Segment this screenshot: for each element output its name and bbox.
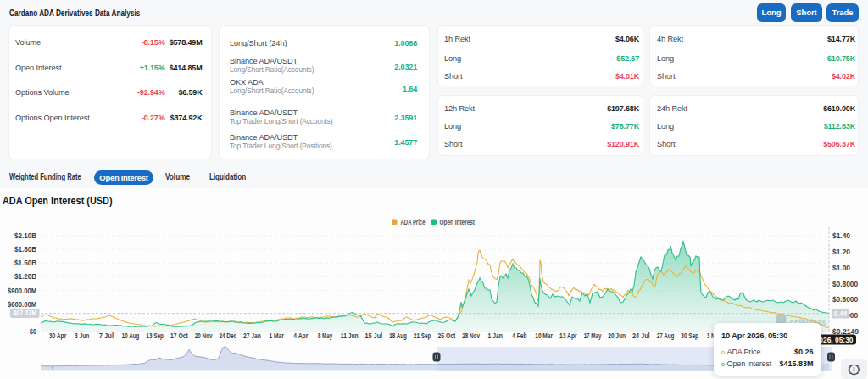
svg-text:30 Sep: 30 Sep xyxy=(681,332,698,340)
svg-text:17 May: 17 May xyxy=(584,332,602,340)
svg-text:$1.00: $1.00 xyxy=(832,264,850,272)
svg-text:$0: $0 xyxy=(30,327,36,336)
svg-text:$1.80B: $1.80B xyxy=(14,245,36,254)
svg-text:21 Sep: 21 Sep xyxy=(414,332,431,340)
svg-text:10 Mar: 10 Mar xyxy=(535,332,553,340)
svg-text:$0.6000: $0.6000 xyxy=(832,295,858,304)
svg-text:8 May: 8 May xyxy=(318,332,332,340)
svg-text:28 Nov: 28 Nov xyxy=(462,332,480,340)
svg-text:27 Jan: 27 Jan xyxy=(243,332,261,340)
svg-text:0.44: 0.44 xyxy=(834,309,847,318)
svg-text:25 Oct: 25 Oct xyxy=(438,332,456,340)
svg-text:$600.00M: $600.00M xyxy=(8,300,36,309)
svg-text:4 Apr: 4 Apr xyxy=(293,332,309,340)
svg-text:11 Jun: 11 Jun xyxy=(341,332,359,340)
svg-text:15 Jul: 15 Jul xyxy=(364,332,382,340)
svg-text:10 Aug: 10 Aug xyxy=(122,332,140,340)
svg-text:24 Dec: 24 Dec xyxy=(219,332,236,340)
svg-text:407.37M: 407.37M xyxy=(13,309,36,317)
svg-text:$1.20B: $1.20B xyxy=(14,272,36,281)
svg-text:Open Interest: Open Interest xyxy=(440,218,476,226)
svg-text:1 Mar: 1 Mar xyxy=(270,332,285,340)
svg-text:20 Nov: 20 Nov xyxy=(195,332,213,340)
svg-text:13 Sep: 13 Sep xyxy=(146,332,164,340)
svg-text:7 Jul: 7 Jul xyxy=(99,332,114,340)
svg-text:$1.50B: $1.50B xyxy=(14,259,36,267)
svg-text:4 Feb: 4 Feb xyxy=(512,332,526,340)
svg-text:$0.8000: $0.8000 xyxy=(832,280,858,288)
svg-text:$900.00M: $900.00M xyxy=(8,287,36,295)
svg-text:30 Apr: 30 Apr xyxy=(49,332,67,340)
svg-text:27 Aug: 27 Aug xyxy=(657,332,675,340)
svg-text:17 Oct: 17 Oct xyxy=(170,332,188,340)
svg-text:1 Jan: 1 Jan xyxy=(488,332,503,340)
svg-text:3 Jun: 3 Jun xyxy=(75,332,89,340)
svg-text:$1.20: $1.20 xyxy=(832,248,850,256)
svg-text:24 Jul: 24 Jul xyxy=(632,332,650,340)
svg-text:18 Aug: 18 Aug xyxy=(389,332,407,340)
svg-text:$2.10B: $2.10B xyxy=(14,231,36,240)
svg-text:ADA Price: ADA Price xyxy=(401,218,426,226)
svg-text:13 Apr: 13 Apr xyxy=(559,332,577,340)
svg-text:$1.40: $1.40 xyxy=(832,231,850,240)
svg-text:20 Jun: 20 Jun xyxy=(608,332,626,340)
